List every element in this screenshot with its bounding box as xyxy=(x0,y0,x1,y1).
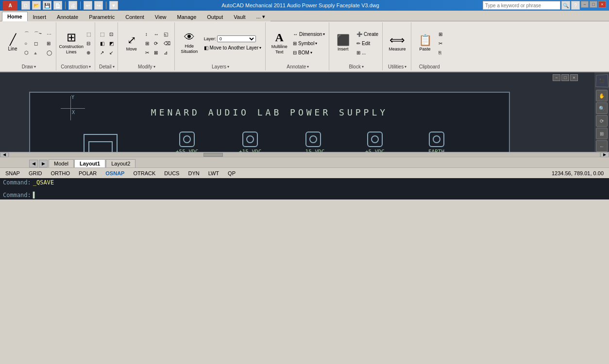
layer-sub1[interactable]: Layer: 0 xyxy=(202,34,263,43)
annotate-arrow[interactable]: ▾ xyxy=(307,65,309,69)
tab-manage[interactable]: Manage xyxy=(172,12,202,21)
modify-sub4[interactable]: ↔ xyxy=(152,30,161,38)
multiline-text-btn[interactable]: A MultilineText xyxy=(269,30,290,57)
win-maximize[interactable]: □ xyxy=(590,1,597,8)
nav-extents[interactable]: ⊞ xyxy=(596,128,608,139)
bom-btn[interactable]: ⊟ BOM ▾ xyxy=(291,48,327,57)
copy-btn[interactable]: ⊞ xyxy=(437,30,444,38)
quickaccess-saveAs[interactable]: 📄 xyxy=(53,1,62,10)
modify-sub2[interactable]: ⊞ xyxy=(143,39,151,48)
draw-sub2[interactable]: ○ xyxy=(22,39,31,48)
drawing-canvas[interactable]: − □ × MENARD AUDIO LAB POWER SUPPLY POWE… xyxy=(0,72,594,152)
search-input[interactable] xyxy=(483,1,560,10)
tab-annotate[interactable]: Annotate xyxy=(51,12,84,21)
paste-special-btn[interactable]: ⎘ xyxy=(437,48,444,57)
construction-arrow[interactable]: ▾ xyxy=(89,65,91,69)
scroll-right[interactable]: ▶ xyxy=(600,152,609,157)
layout-next[interactable]: ▶ xyxy=(39,160,48,167)
construction-lines-btn[interactable]: ⊞ ConstructionLines xyxy=(59,30,84,57)
nav-zoom[interactable]: 🔍 xyxy=(596,102,608,114)
insert-btn[interactable]: ⬛ Insert xyxy=(332,30,354,57)
measure-btn[interactable]: ⟺ Measure xyxy=(386,30,409,57)
tab-parametric[interactable]: Parametric xyxy=(84,12,120,21)
tab-view[interactable]: View xyxy=(150,12,172,21)
quickaccess-new[interactable]: 🗋 xyxy=(21,1,30,10)
draw-arrow[interactable]: ▾ xyxy=(34,65,36,69)
status-lwt[interactable]: LWT xyxy=(206,169,221,177)
tab-vault[interactable]: Vault xyxy=(228,12,251,21)
modify-sub3[interactable]: ✂ xyxy=(143,48,151,57)
scroll-left[interactable]: ◀ xyxy=(0,152,9,157)
modify-sub9[interactable]: ⊿ xyxy=(162,48,172,57)
draw-sub9[interactable]: ◯ xyxy=(45,48,54,57)
detail-arrow[interactable]: ▾ xyxy=(113,65,115,69)
status-grid[interactable]: GRID xyxy=(26,169,45,177)
csub1[interactable]: ⬚ xyxy=(85,30,93,38)
layer-select[interactable]: 0 xyxy=(217,35,256,42)
nav-orbit[interactable]: ⟳ xyxy=(596,115,608,127)
draw-sub1[interactable]: ⌒ xyxy=(22,30,31,38)
search-btn[interactable]: 🔍 xyxy=(561,1,570,10)
nav-cube[interactable]: ⬛ xyxy=(595,74,609,87)
block-more-btn[interactable]: ⊞ ... xyxy=(355,48,380,57)
layers-arrow[interactable]: ▾ xyxy=(227,65,229,69)
nav-back[interactable]: ← xyxy=(596,140,608,152)
detail-sub5[interactable]: ◩ xyxy=(107,39,116,48)
quickaccess-undo[interactable]: ↩ xyxy=(84,1,92,10)
modify-sub6[interactable]: ⊠ xyxy=(152,48,161,57)
quickaccess-redo[interactable]: ↪ xyxy=(94,1,103,10)
modify-sub5[interactable]: ⟳ xyxy=(152,39,161,48)
detail-sub2[interactable]: ◧ xyxy=(98,39,106,48)
quickaccess-open[interactable]: 📂 xyxy=(32,1,41,10)
nav-pan[interactable]: ✋ xyxy=(596,90,608,101)
draw-sub6[interactable]: ⟁ xyxy=(32,48,44,57)
tab-insert[interactable]: Insert xyxy=(28,12,52,21)
viewport-close[interactable]: × xyxy=(570,74,578,81)
detail-sub6[interactable]: ↙ xyxy=(107,48,116,57)
block-arrow[interactable]: ▾ xyxy=(362,65,364,69)
draw-line-btn[interactable]: ╱ Line xyxy=(4,30,21,57)
status-snap[interactable]: SNAP xyxy=(3,169,22,177)
tab-model[interactable]: Model xyxy=(49,159,74,167)
tab-content[interactable]: Content xyxy=(120,12,150,21)
layer-sub2[interactable]: ◧ Move to Another Layer ▾ xyxy=(202,44,263,52)
viewport-maximize[interactable]: □ xyxy=(561,74,569,81)
status-ortho[interactable]: ORTHO xyxy=(48,169,72,177)
status-dyn[interactable]: DYN xyxy=(186,169,202,177)
draw-sub7[interactable]: ⋯ xyxy=(45,30,54,38)
tab-home[interactable]: Home xyxy=(2,12,28,21)
scroll-thumb[interactable] xyxy=(203,153,223,157)
symbol-btn[interactable]: ⊞ Symbol ▾ xyxy=(291,39,327,48)
hide-situation-btn[interactable]: 👁 HideSituation xyxy=(178,30,201,57)
modify-sub8[interactable]: ⌫ xyxy=(162,39,172,48)
detail-sub4[interactable]: ⊡ xyxy=(107,30,116,38)
detail-sub1[interactable]: ⬚ xyxy=(98,30,106,38)
win-close[interactable]: × xyxy=(598,1,606,8)
horizontal-scrollbar[interactable]: ◀ ▶ xyxy=(0,152,609,157)
tab-layout1[interactable]: Layout1 xyxy=(74,159,105,167)
detail-sub3[interactable]: ↗ xyxy=(98,48,106,57)
paste-btn[interactable]: 📋 Paste xyxy=(414,30,436,57)
status-otrack[interactable]: OTRACK xyxy=(131,169,158,177)
csub2[interactable]: ⊟ xyxy=(85,39,93,48)
tab-output[interactable]: Output xyxy=(202,12,228,21)
status-osnap[interactable]: OSNAP xyxy=(103,169,127,177)
modify-sub7[interactable]: ◱ xyxy=(162,30,172,38)
cut-btn[interactable]: ✂ xyxy=(437,39,444,48)
draw-sub4[interactable]: ⌒~ xyxy=(32,30,44,38)
edit-btn[interactable]: ✏ Edit xyxy=(355,39,380,48)
tab-layout2[interactable]: Layout2 xyxy=(106,159,135,167)
draw-sub5[interactable]: ◻ xyxy=(32,39,44,48)
dimension-btn[interactable]: ↔ Dimension ▾ xyxy=(291,30,327,38)
draw-sub3[interactable]: ⬡ xyxy=(22,48,31,57)
layout-prev[interactable]: ◀ xyxy=(29,160,38,167)
quickaccess-print[interactable]: 🖨 xyxy=(68,1,77,10)
cmd-cursor[interactable]: ▌ xyxy=(33,192,36,199)
csub3[interactable]: ⊕ xyxy=(85,48,93,57)
viewport-minimize[interactable]: − xyxy=(553,74,560,81)
win-minimize[interactable]: − xyxy=(581,1,589,8)
status-ducs[interactable]: DUCS xyxy=(162,169,182,177)
move-btn[interactable]: ⤢ Move xyxy=(121,30,142,57)
draw-sub8[interactable]: ⊞ xyxy=(45,39,54,48)
modify-sub1[interactable]: ↕ xyxy=(143,30,151,38)
